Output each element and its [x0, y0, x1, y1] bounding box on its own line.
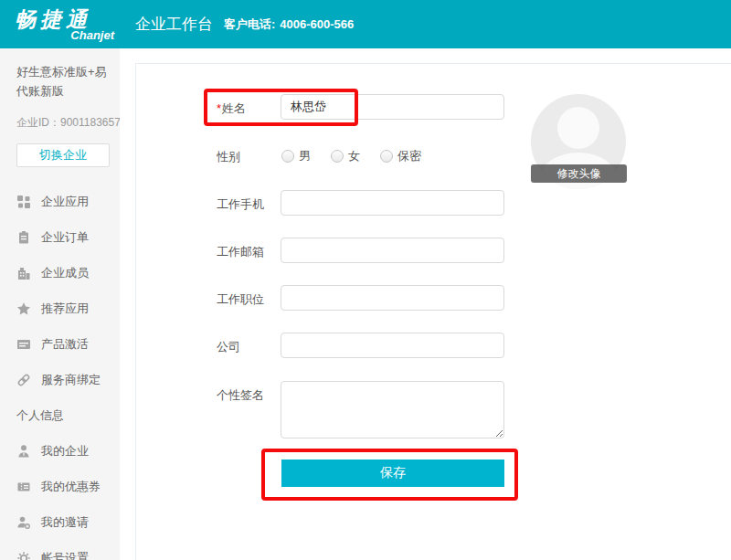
personal-info-section-title: 个人信息	[16, 397, 109, 433]
gear-icon	[16, 551, 31, 560]
sidebar-item-label: 我的邀请	[41, 514, 89, 531]
radio-circle-icon[interactable]	[331, 150, 344, 163]
gender-radio-secret[interactable]: 保密	[380, 148, 421, 164]
avatar-head-shape	[557, 107, 599, 149]
grid-icon	[16, 195, 31, 209]
sidebar-item-enterprise-members[interactable]: 企业成员	[16, 255, 109, 291]
work-position-label: 工作职位	[217, 291, 264, 308]
sidebar-item-enterprise-apps[interactable]: 企业应用	[16, 184, 109, 219]
order-icon	[16, 230, 31, 245]
sidebar-item-label: 帐号设置	[41, 550, 89, 560]
gender-radio-female[interactable]: 女	[331, 148, 360, 164]
sidebar-item-product-activation[interactable]: 产品激活	[16, 326, 109, 362]
work-phone-input[interactable]	[281, 190, 504, 216]
building-icon	[16, 266, 31, 280]
workbench-title: 企业工作台	[135, 14, 213, 35]
gender-label: 性别	[217, 149, 240, 165]
link-icon	[16, 373, 31, 387]
chanjet-logo[interactable]: 畅捷通 Chanjet	[0, 8, 120, 41]
radio-circle-icon[interactable]	[380, 150, 393, 163]
enterprise-id-value: 90011836579	[60, 116, 127, 129]
sidebar-item-label: 推荐应用	[41, 301, 89, 317]
enterprise-id: 企业ID：90011836579	[16, 115, 109, 131]
card-icon	[16, 337, 31, 352]
radio-circle-icon[interactable]	[281, 150, 294, 163]
sidebar-item-label: 企业成员	[41, 265, 89, 281]
enterprise-menu: 企业应用 企业订单 企业成员 推荐应用	[16, 184, 109, 397]
save-button[interactable]: 保存	[281, 460, 504, 487]
switch-enterprise-button[interactable]: 切换企业	[16, 143, 110, 167]
phone-number: 4006-600-566	[280, 17, 354, 31]
gender-radio-male[interactable]: 男	[281, 148, 311, 164]
app-header: 畅捷通 Chanjet 企业工作台 客户电话:4006-600-566	[0, 0, 731, 48]
sidebar-item-label: 产品激活	[41, 336, 89, 353]
work-position-input[interactable]	[281, 285, 504, 311]
sidebar-item-enterprise-orders[interactable]: 企业订单	[16, 219, 109, 255]
work-phone-label: 工作手机	[217, 196, 264, 213]
sidebar-item-my-invitations[interactable]: 我的邀请	[16, 504, 109, 540]
sidebar-item-label: 我的企业	[41, 443, 89, 460]
sidebar-item-label: 企业订单	[41, 229, 89, 246]
person-plus-icon	[16, 515, 31, 530]
customer-phone: 客户电话:4006-600-566	[224, 16, 354, 33]
phone-label: 客户电话:	[224, 17, 275, 31]
required-mark: *	[217, 101, 221, 115]
sidebar-item-label: 我的优惠券	[41, 479, 101, 495]
work-email-label: 工作邮箱	[217, 244, 264, 260]
change-avatar-button[interactable]: 修改头像	[531, 164, 627, 183]
sidebar-item-label: 企业应用	[41, 194, 89, 210]
star-icon	[16, 301, 31, 316]
name-label: *姓名	[217, 100, 246, 117]
logo-text-cn: 畅捷通	[15, 8, 120, 30]
person-tie-icon	[16, 444, 31, 459]
app-root: 畅捷通 Chanjet 企业工作台 客户电话:4006-600-566 好生意标…	[0, 0, 731, 560]
product-name: 好生意标准版+易代账新版	[16, 62, 108, 100]
sidebar-item-service-provider-binding[interactable]: 服务商绑定	[16, 362, 109, 397]
signature-label: 个性签名	[217, 387, 264, 404]
company-label: 公司	[217, 339, 240, 355]
company-input[interactable]	[281, 333, 504, 358]
sidebar-item-my-enterprise[interactable]: 我的企业	[16, 433, 109, 469]
coupon-icon	[16, 480, 31, 494]
main-content: *姓名 性别 男 女 保密 工作手机 工作邮箱 工作职位	[120, 48, 731, 560]
enterprise-id-label: 企业ID：	[16, 116, 60, 129]
sidebar-item-recommended-apps[interactable]: 推荐应用	[16, 291, 109, 326]
sidebar-item-my-coupons[interactable]: 我的优惠券	[16, 469, 109, 504]
signature-textarea[interactable]	[281, 381, 504, 438]
sidebar-item-label: 服务商绑定	[41, 372, 101, 388]
sidebar-item-account-settings[interactable]: 帐号设置	[16, 540, 109, 560]
sidebar: 好生意标准版+易代账新版 企业ID：90011836579 切换企业 企业应用 …	[0, 48, 120, 560]
gender-radio-group: 男 女 保密	[281, 148, 421, 164]
work-email-input[interactable]	[281, 238, 504, 263]
personal-menu: 我的企业 我的优惠券 我的邀请 帐号设置	[16, 433, 109, 560]
name-input[interactable]	[281, 94, 504, 120]
